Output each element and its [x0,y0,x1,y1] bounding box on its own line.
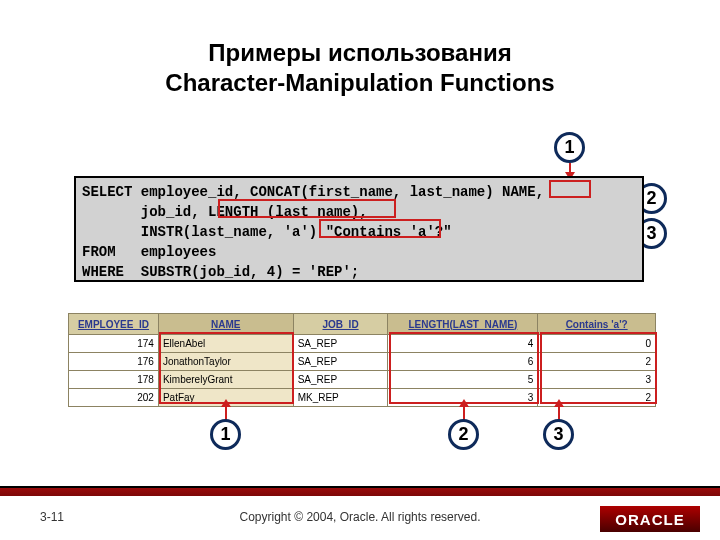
col-hl-length [389,332,539,404]
th-job-id: JOB_ID [293,314,388,335]
th-employee-id: EMPLOYEE_ID [69,314,159,335]
hl-contains [319,219,441,238]
badge-1-top: 1 [554,132,585,163]
arrow-b1-line [225,406,227,420]
col-hl-contains [540,332,657,404]
arrow-b3-line [558,406,560,420]
badge-3-bottom: 3 [543,419,574,450]
title-line-2: Character-Manipulation Functions [165,69,554,96]
arrow-b2-line [463,406,465,420]
slide-title: Примеры использования Character-Manipula… [0,38,720,98]
col-hl-name [159,332,294,404]
hl-length [218,199,396,218]
slide: Примеры использования Character-Manipula… [0,0,720,540]
arrow-b2-head [459,399,469,407]
oracle-logo: ORACLE [600,506,700,532]
arrow-b1-head [221,399,231,407]
arrow-b3-head [554,399,564,407]
title-line-1: Примеры использования [208,39,511,66]
badge-1-bottom: 1 [210,419,241,450]
hl-name [549,180,591,198]
badge-2-bottom: 2 [448,419,479,450]
